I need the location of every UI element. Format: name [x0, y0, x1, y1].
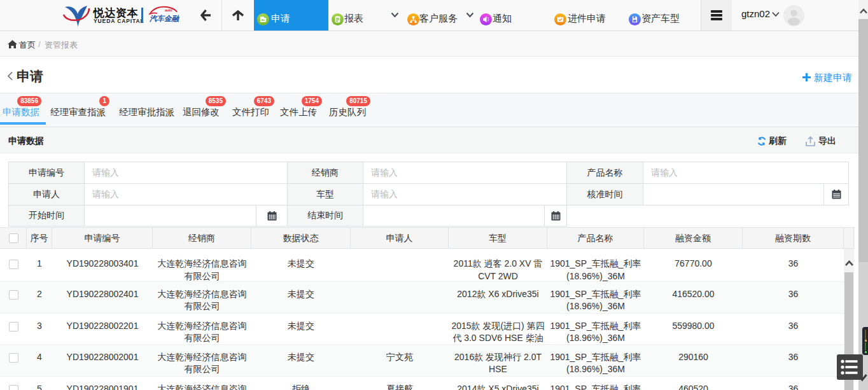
svg-text:auto: auto — [165, 8, 172, 12]
svg-text:汽车金融: 汽车金融 — [149, 15, 180, 22]
